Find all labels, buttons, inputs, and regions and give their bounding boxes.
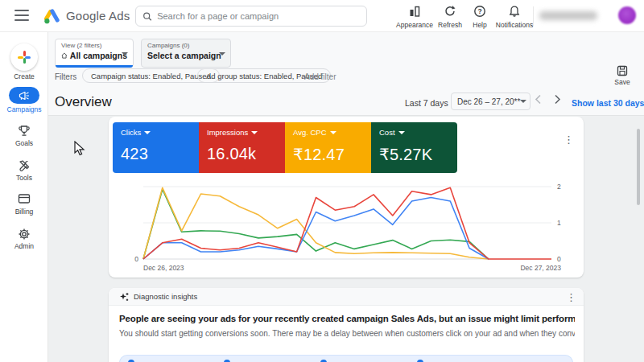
metric-card-avg-cpc[interactable]: Avg. CPC ₹12.47 <box>285 122 371 173</box>
insights-step-strip <box>119 355 573 362</box>
prev-range-button[interactable] <box>535 94 542 105</box>
global-search[interactable] <box>135 6 367 27</box>
metric-value: 423 <box>121 145 191 163</box>
appearance-icon <box>408 5 421 18</box>
metric-card-impressions[interactable]: Impressions 16.04k <box>199 122 285 173</box>
sidebar-item-create[interactable]: Create <box>0 43 48 80</box>
chevron-down-icon <box>251 131 258 134</box>
y-axis-right-1: 1 <box>557 219 561 227</box>
sidebar-item-campaigns[interactable]: Campaigns <box>0 87 48 113</box>
sparkle-icon <box>119 292 129 302</box>
series-line-impressions <box>143 187 551 259</box>
filters-label: Filters <box>55 72 76 81</box>
refresh-icon <box>444 5 456 18</box>
metric-card-clicks[interactable]: Clicks 423 <box>113 122 199 173</box>
scrollbar-thumb[interactable] <box>637 129 640 205</box>
insights-title: People are seeing your ads for your rece… <box>119 314 575 323</box>
chevron-down-icon <box>219 52 225 56</box>
metric-card-cost[interactable]: Cost ₹5.27K <box>371 122 457 173</box>
chevron-down-icon <box>144 131 151 134</box>
search-input[interactable] <box>157 11 360 21</box>
y-axis-right-0: 0 <box>557 255 561 263</box>
performance-line-chart[interactable]: 0 2 1 0 Dec 26, 2023 Dec 27, 2023 <box>109 179 584 278</box>
sidebar-item-billing[interactable]: Billing <box>0 193 48 216</box>
billing-icon <box>18 193 31 204</box>
chevron-left-icon <box>535 94 542 105</box>
date-range-select[interactable]: Dec 26 – 27, 20** <box>451 93 530 110</box>
campaign-selector-dropdown[interactable]: Campaigns (0) Select a campaign <box>141 39 231 68</box>
brand-title: Google Ads <box>66 9 130 23</box>
x-axis-end-label: Dec 27, 2023 <box>520 264 561 272</box>
chart-series-group <box>143 187 551 259</box>
save-button[interactable]: Save <box>608 65 637 86</box>
save-icon <box>617 65 628 76</box>
metric-value: ₹12.47 <box>293 145 363 164</box>
chevron-down-icon <box>122 52 128 56</box>
metric-value: 16.04k <box>207 145 277 163</box>
home-icon <box>61 51 68 60</box>
top-header: Google Ads Appearance Refresh ? Help <box>0 0 644 32</box>
metric-card-row: Clicks 423 Impressions 16.04k Avg. CPC ₹… <box>113 122 457 173</box>
help-icon: ? <box>473 5 486 18</box>
campaign-selector-value: Select a campaign <box>147 51 221 60</box>
x-axis-start-label: Dec 26, 2023 <box>143 264 184 272</box>
sidebar-item-admin[interactable]: Admin <box>0 228 48 250</box>
sidebar-item-tools[interactable]: Tools <box>0 159 48 182</box>
notifications-icon <box>508 5 521 18</box>
google-ads-logo-icon <box>42 6 61 26</box>
chevron-down-icon <box>520 100 526 103</box>
chevron-down-icon <box>398 131 405 134</box>
gear-icon <box>18 228 31 241</box>
next-range-button[interactable] <box>554 94 561 105</box>
diagnostic-insights-header: Diagnostic insights <box>109 288 584 306</box>
insights-card-menu-icon[interactable]: ⋮ <box>566 292 576 302</box>
sidebar-item-goals[interactable]: Goals <box>0 125 48 147</box>
appearance-button[interactable]: Appearance <box>395 4 434 29</box>
sidebar-nav: Create Campaigns Goals Tools B <box>0 32 48 362</box>
avatar[interactable] <box>618 6 636 24</box>
chevron-down-icon <box>330 131 336 134</box>
search-icon <box>142 11 152 22</box>
series-line-clicks <box>143 198 489 260</box>
view-selector-dropdown[interactable]: View (2 filters) All campaigns <box>55 39 134 68</box>
header-divider <box>533 6 534 26</box>
tools-icon <box>18 159 31 172</box>
menu-icon[interactable] <box>14 10 29 21</box>
svg-text:?: ? <box>477 7 481 15</box>
account-id-redacted <box>539 11 597 20</box>
chevron-right-icon <box>554 94 561 105</box>
add-filter-button[interactable]: Add filter <box>304 72 336 81</box>
trophy-icon <box>18 125 31 138</box>
page-title: Overview <box>55 94 112 110</box>
notifications-button[interactable]: Notifications <box>492 4 537 29</box>
view-selector-value: All campaigns <box>70 51 127 60</box>
plus-icon <box>10 43 38 71</box>
insights-body: You should start getting conversions soo… <box>119 329 575 338</box>
y-axis-left-zero: 0 <box>134 255 138 263</box>
show-last-30-days-link[interactable]: Show last 30 days <box>572 98 644 108</box>
date-range-label: Last 7 days <box>405 98 448 108</box>
metric-value: ₹5.27K <box>379 145 449 164</box>
megaphone-icon <box>19 91 30 101</box>
overview-card-menu-icon[interactable]: ⋮ <box>564 134 574 145</box>
y-axis-right-2: 2 <box>557 183 561 191</box>
